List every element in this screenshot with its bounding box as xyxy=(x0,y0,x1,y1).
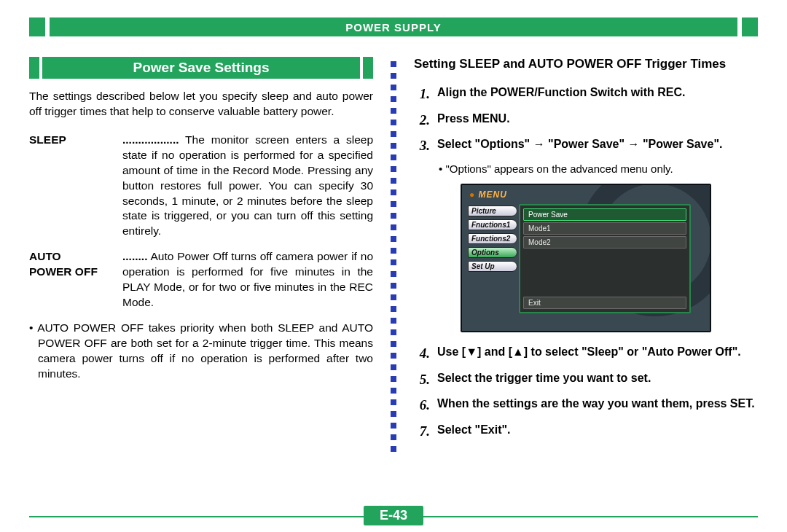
chapter-header: POWER SUPPLY xyxy=(29,17,758,36)
step-2: 2. Press MENU. xyxy=(414,111,758,130)
step-text: Select "Options" → "Power Save" → "Power… xyxy=(437,136,758,155)
section-heading: Power Save Settings xyxy=(29,57,373,79)
definition-term: AUTO POWER OFF xyxy=(29,249,122,310)
step-text: Select the trigger time you want to set. xyxy=(437,370,758,389)
header-cap-left xyxy=(29,17,45,36)
left-column: Power Save Settings The settings describ… xyxy=(29,57,373,465)
definition-auto-power-off: AUTO POWER OFF ........ Auto Power Off t… xyxy=(29,249,373,310)
menu-header: ● MENU xyxy=(469,189,507,200)
right-column: Setting SLEEP and AUTO POWER OFF Trigger… xyxy=(414,57,758,465)
step-number: 3. xyxy=(414,136,430,155)
menu-tab: Functions2 xyxy=(468,233,517,244)
page-footer: E-43 xyxy=(29,516,758,517)
definition-term: SLEEP xyxy=(29,133,122,239)
footer-rule: E-43 xyxy=(29,516,758,517)
chapter-title: POWER SUPPLY xyxy=(50,17,737,36)
step-number: 1. xyxy=(414,85,430,103)
step-text: Press MENU. xyxy=(437,111,758,130)
menu-tabs: PictureFnuctions1Functions2OptionsSet Up xyxy=(468,206,517,272)
menu-tab: Fnuctions1 xyxy=(468,219,517,230)
step-7: 7. Select "Exit". xyxy=(414,422,758,441)
step-text: When the settings are the way you want t… xyxy=(437,396,758,415)
step-number: 5. xyxy=(414,370,430,389)
definition-text: ........ Auto Power Off turns off camera… xyxy=(122,250,373,308)
menu-tab: Set Up xyxy=(468,261,517,272)
step-number: 7. xyxy=(414,422,430,441)
menu-exit: Exit xyxy=(523,297,686,309)
step-number: 2. xyxy=(414,111,430,130)
definition-sleep: SLEEP .................. The monitor scr… xyxy=(29,133,373,239)
step-1: 1. Align the POWER/Function Switch with … xyxy=(414,85,758,103)
header-cap-right xyxy=(742,17,758,36)
step-number: 6. xyxy=(414,396,430,415)
step-6: 6. When the settings are the way you wan… xyxy=(414,396,758,415)
menu-item: Power Save xyxy=(523,208,686,221)
step-5: 5. Select the trigger time you want to s… xyxy=(414,370,758,389)
step-3: 3. Select "Options" → "Power Save" → "Po… xyxy=(414,136,758,155)
procedure-title: Setting SLEEP and AUTO POWER OFF Trigger… xyxy=(414,57,758,71)
step-text: Select "Exit". xyxy=(437,422,758,441)
menu-tab: Picture xyxy=(468,206,517,216)
step-number: 4. xyxy=(414,344,430,363)
menu-item: Mode2 xyxy=(523,236,686,249)
step-4: 4. Use [▼] and [▲] to select "Sleep" or … xyxy=(414,344,758,363)
intro-paragraph: The settings described below let you spe… xyxy=(29,89,373,120)
step-3-note: • "Options" appears on the advanced menu… xyxy=(439,163,758,175)
section-title: Power Save Settings xyxy=(42,57,360,79)
column-divider xyxy=(391,57,396,465)
menu-item: Mode1 xyxy=(523,222,686,235)
menu-tab: Options xyxy=(468,247,517,258)
definition-text: .................. The monitor screen en… xyxy=(122,133,373,238)
priority-note: • AUTO POWER OFF takes priority when bot… xyxy=(29,321,373,382)
step-text: Use [▼] and [▲] to select "Sleep" or "Au… xyxy=(437,344,758,363)
camera-menu-screenshot: ● MENU PictureFnuctions1Functions2Option… xyxy=(461,184,711,332)
page-number: E-43 xyxy=(364,506,423,525)
step-text: Align the POWER/Function Switch with REC… xyxy=(437,85,758,103)
menu-panel: Power SaveMode1Mode2Exit xyxy=(519,204,691,313)
